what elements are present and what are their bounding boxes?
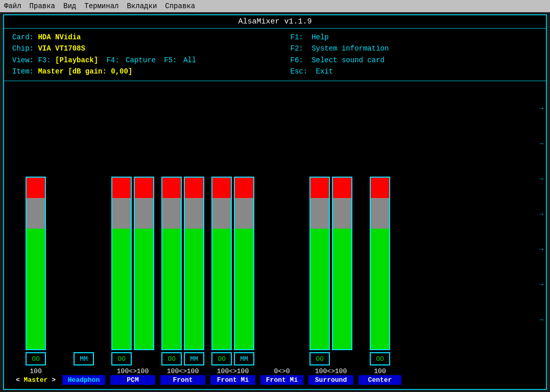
pcm-fader-left[interactable] xyxy=(111,177,132,350)
frontmi1-fader-col-1: OO xyxy=(211,177,232,365)
pcm-fader-right[interactable] xyxy=(134,177,154,350)
channel-frontmi2: 0<>0 Front Mi xyxy=(260,177,303,385)
chip-value: VIA VT1708S xyxy=(38,44,85,53)
surround-fader-right[interactable] xyxy=(332,177,352,350)
scroll-arrow-7[interactable]: → xyxy=(539,316,543,324)
f1-info: F1: Help xyxy=(291,32,538,43)
surround-name-bar: Surround xyxy=(308,375,353,385)
front-fader-right[interactable] xyxy=(184,177,204,350)
menu-item-terminal[interactable]: Терминал xyxy=(84,2,118,10)
view-f4: F4: xyxy=(106,56,119,64)
card-label: Card: xyxy=(12,33,34,41)
center-faders: OO xyxy=(370,177,390,365)
frontmi1-faders: OO MM xyxy=(211,177,254,365)
front-value: 100<>100 xyxy=(160,368,205,375)
menu-item-edit[interactable]: Правка xyxy=(30,2,55,10)
channel-pcm: OO 100<>100 PCM xyxy=(110,177,155,385)
item-label: Item: xyxy=(12,67,34,76)
f1-key: F1: xyxy=(291,33,303,41)
esc-key: Esc: xyxy=(291,67,308,76)
menu-item-tabs[interactable]: Вкладки xyxy=(127,2,157,10)
pcm-faders: OO xyxy=(111,177,154,365)
esc-val: Exit xyxy=(316,67,333,76)
front-fader-col-1: OO xyxy=(161,177,182,365)
center-name-bar: Center xyxy=(358,375,401,385)
headphone-fader-col: MM xyxy=(74,177,94,365)
scrollbar[interactable]: → → → → → → → xyxy=(538,91,545,338)
frontmi1-fader-col-2: MM xyxy=(234,177,254,365)
card-value: HDA NVidia xyxy=(38,33,81,41)
f2-key: F2: xyxy=(291,44,303,53)
headphone-mute-button[interactable]: MM xyxy=(74,352,94,365)
master-fader-col: OO xyxy=(26,177,46,365)
channel-surround: OO 100<>100 Surround xyxy=(308,177,353,385)
center-fader[interactable] xyxy=(370,177,390,350)
frontmi1-mute-button[interactable]: OO xyxy=(211,352,232,365)
front-mute-button-r[interactable]: MM xyxy=(184,352,204,365)
front-faders: OO MM xyxy=(161,177,204,365)
frontmi1-fader-right[interactable] xyxy=(234,177,254,350)
pcm-fader-col-2 xyxy=(134,177,154,365)
scroll-arrow-2[interactable]: → xyxy=(539,140,543,148)
view-f3: F3: xyxy=(38,56,51,64)
surround-faders: OO xyxy=(309,177,352,365)
view-capture: Capture xyxy=(126,56,156,64)
arrow-right-icon: > xyxy=(47,376,56,384)
master-mute-button[interactable]: OO xyxy=(26,352,46,365)
esc-info: Esc: Exit xyxy=(291,66,538,77)
menu-item-help[interactable]: Справка xyxy=(165,2,195,10)
headphone-value xyxy=(73,368,95,375)
view-label: View: xyxy=(12,56,34,64)
chip-label: Chip: xyxy=(12,44,34,53)
master-fader[interactable] xyxy=(26,177,46,350)
frontmi1-mute-button-r[interactable]: MM xyxy=(234,352,254,365)
menubar: Файл Правка Вид Терминал Вкладки Справка xyxy=(0,0,550,12)
scroll-arrow-4[interactable]: → xyxy=(539,211,543,218)
item-info: Item: Master [dB gain: 0,00] xyxy=(12,66,260,77)
surround-value: 100<>100 xyxy=(308,368,353,375)
surround-mute-button[interactable]: OO xyxy=(309,352,330,365)
menu-item-view[interactable]: Вид xyxy=(63,2,76,10)
frontmi2-name-bar: Front Mi xyxy=(260,375,303,385)
info-right: F1: Help F2: System information F6: Sele… xyxy=(260,32,538,78)
title-bar: AlsaMixer v1.1.9 xyxy=(4,15,546,29)
mixer-area: → → → → → → → OO xyxy=(4,81,546,389)
scroll-arrow-6[interactable]: → xyxy=(539,281,543,288)
info-left: Card: HDA NVidia Chip: VIA VT1708S View:… xyxy=(12,32,260,78)
view-playback: [Playback] xyxy=(55,56,98,64)
f2-val: System information xyxy=(312,44,389,53)
view-info: View: F3: [Playback] F4: Capture F5: All xyxy=(12,55,260,66)
surround-fader-col-1: OO xyxy=(309,177,330,365)
scroll-arrow-5[interactable]: → xyxy=(539,246,543,253)
chip-info: Chip: VIA VT1708S xyxy=(12,43,260,54)
channels-row: OO 100 < Master > MM Headp xyxy=(14,86,536,385)
pcm-mute-button[interactable]: OO xyxy=(111,352,132,365)
front-mute-button[interactable]: OO xyxy=(161,352,182,365)
frontmi1-value: 100<>100 xyxy=(210,368,255,375)
menu-item-file[interactable]: Файл xyxy=(4,2,21,10)
terminal-window: AlsaMixer v1.1.9 Card: HDA NVidia Chip: … xyxy=(3,14,547,390)
channel-center: OO 100 Center xyxy=(358,177,401,385)
frontmi2-value: 0<>0 xyxy=(260,368,303,375)
item-value: Master [dB gain: 0,00] xyxy=(38,67,132,76)
scroll-arrow-1[interactable]: → xyxy=(539,105,543,112)
center-mute-button[interactable]: OO xyxy=(370,352,390,365)
front-name-bar: Front xyxy=(160,375,205,385)
front-fader-col-2: MM xyxy=(184,177,204,365)
view-all: All xyxy=(183,56,196,64)
front-fader-left[interactable] xyxy=(161,177,182,350)
frontmi2-faders xyxy=(272,177,292,365)
frontmi1-name-bar: Front Mi xyxy=(210,375,255,385)
master-name-bar: < Master > xyxy=(14,375,57,385)
channel-frontmi1: OO MM 100<>100 Front Mi xyxy=(210,177,255,385)
frontmi1-fader-left[interactable] xyxy=(211,177,232,350)
surround-fader-left[interactable] xyxy=(309,177,330,350)
channel-master: OO 100 < Master > xyxy=(14,177,57,385)
f6-info: F6: Select sound card xyxy=(291,55,538,66)
app-title: AlsaMixer v1.1.9 xyxy=(238,17,312,26)
scroll-arrow-3[interactable]: → xyxy=(539,176,543,183)
info-area: Card: HDA NVidia Chip: VIA VT1708S View:… xyxy=(4,29,546,81)
frontmi2-fader-col xyxy=(272,177,292,365)
f6-key: F6: xyxy=(291,56,303,64)
headphone-name-bar: Headphon xyxy=(62,375,105,385)
